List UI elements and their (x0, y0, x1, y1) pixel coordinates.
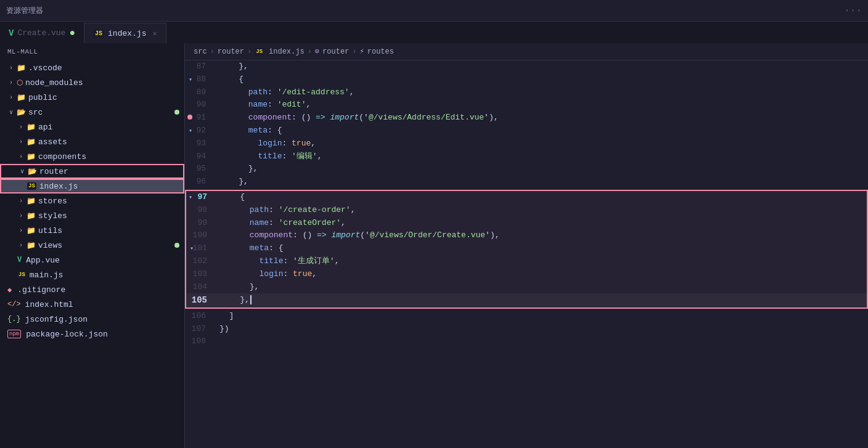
sidebar-item-label: jsconfig.json (25, 315, 88, 324)
sidebar-item-label: index.html (25, 300, 73, 309)
code-line: path: '/edit-address', (216, 86, 868, 99)
code-line: meta: { (216, 124, 868, 137)
line-number: 108 (185, 335, 216, 348)
sidebar-item-index-js[interactable]: JS index.js (0, 179, 184, 193)
code-line: component: () => import('@/views/Order/C… (217, 229, 867, 242)
code-line: name: 'edit', (216, 99, 868, 112)
sidebar-item-label: package-lock.json (26, 330, 108, 339)
line-number: 89 (185, 86, 216, 99)
chevron-right-icon: › (17, 213, 25, 219)
code-line: meta: { (217, 242, 867, 255)
chevron-right-icon: › (7, 94, 15, 101)
sidebar-item-label: components (38, 152, 86, 161)
tab-bar: V Create.vue ● JS index.js ✕ (0, 22, 868, 43)
sidebar-item-main-js[interactable]: JS main.js (0, 267, 184, 282)
sidebar-item-label: stores (38, 197, 67, 206)
table-row: 104 }, (186, 281, 867, 294)
breadcrumb-router2: router (322, 47, 349, 56)
line-number: 105 (186, 293, 217, 307)
chevron-right-icon: › (17, 242, 25, 249)
sidebar-item-components[interactable]: › 📁 components (0, 149, 184, 164)
table-row: 100 component: () => import('@/views/Ord… (186, 229, 867, 242)
sidebar-item-views[interactable]: › 📁 views (0, 238, 184, 253)
folder-icon: 📁 (27, 137, 36, 147)
breadcrumb-sep: › (247, 47, 252, 56)
more-options-icon[interactable]: ··· (844, 5, 862, 16)
sidebar-item-label: App.vue (26, 256, 60, 265)
node-modules-icon: ⬡ (17, 78, 23, 88)
chevron-down-icon: ∨ (18, 168, 26, 175)
sidebar-item-api[interactable]: › 📁 api (0, 120, 184, 134)
breadcrumb-src: src (194, 47, 207, 56)
tab-index-js[interactable]: JS index.js ✕ (84, 23, 166, 43)
line-number: 102 (186, 255, 217, 268)
sidebar-item-node-modules[interactable]: › ⬡ node_modules (0, 75, 184, 90)
main-layout: ML-MALL › 📁 .vscode › ⬡ node_modules › 📁… (0, 43, 868, 448)
json-file-icon: {.} (7, 315, 21, 324)
chevron-right-icon: › (7, 65, 15, 71)
sidebar-item-label: public (28, 93, 57, 102)
vue-icon: V (9, 28, 14, 38)
sidebar-item-router[interactable]: ∨ 📂 router (0, 164, 184, 179)
line-number: 97 ▾ (186, 191, 217, 204)
js-icon: JS (93, 30, 104, 38)
code-line: title: '生成订单', (217, 255, 867, 268)
code-editor[interactable]: 87 }, 88 ▾ { 89 path: '/edit-ad (185, 60, 868, 448)
folder-icon: 📁 (27, 241, 36, 250)
code-line: login: true, (216, 137, 868, 150)
code-line (216, 335, 868, 348)
code-line: { (216, 73, 868, 86)
sidebar-item-styles[interactable]: › 📁 styles (0, 208, 184, 223)
line-number: 91 (185, 112, 216, 124)
code-table: 87 }, 88 ▾ { 89 path: '/edit-ad (185, 60, 868, 348)
sidebar-item-utils[interactable]: › 📁 utils (0, 223, 184, 238)
code-line: }, (217, 293, 867, 307)
sidebar-item-vscode[interactable]: › 📁 .vscode (0, 60, 184, 75)
js-file-icon: JS (27, 182, 36, 190)
table-row: 95 }, (185, 163, 868, 176)
sidebar-item-label: api (38, 123, 52, 132)
title-bar: 资源管理器 ··· (0, 0, 868, 22)
table-row: 90 name: 'edit', (185, 99, 868, 112)
chevron-down-icon: ∨ (7, 108, 15, 116)
sidebar-item-app-vue[interactable]: V App.vue (0, 253, 184, 267)
chevron-right-icon: › (17, 139, 25, 145)
table-row: 92 ▾ meta: { (185, 124, 868, 137)
sidebar-item-label: views (38, 241, 62, 250)
sidebar-item-label: router (39, 167, 68, 176)
sidebar-item-stores[interactable]: › 📁 stores (0, 193, 184, 208)
table-row: 97 ▾ { 98 path: '/create-orde (185, 189, 868, 310)
folder-open-icon: 📂 (28, 167, 37, 176)
table-row: 89 path: '/edit-address', (185, 86, 868, 99)
table-row: 105 }, (186, 293, 867, 307)
breadcrumb-router: router (218, 47, 244, 56)
folder-icon: 📁 (27, 152, 36, 161)
breadcrumb-sep: › (210, 47, 215, 56)
folder-open-icon: 📂 (17, 108, 26, 117)
table-row: 103 login: true, (186, 268, 867, 281)
sidebar-header: ML-MALL (0, 43, 184, 60)
tab-label: index.js (108, 29, 146, 38)
tab-label: Create.vue (17, 28, 65, 38)
sidebar-item-assets[interactable]: › 📁 assets (0, 134, 184, 149)
table-row: 87 }, (185, 60, 868, 73)
editor-area: src › router › JS index.js › ⊙ router › … (185, 43, 868, 448)
code-line: }, (216, 176, 868, 189)
code-line: }, (216, 163, 868, 176)
table-row: 88 ▾ { (185, 73, 868, 86)
html-file-icon: </> (7, 300, 21, 309)
table-row: 91 component: () => import('@/views/Addr… (185, 112, 868, 124)
table-row: 94 title: '编辑', (185, 150, 868, 163)
sidebar-item-index-html[interactable]: </> index.html (0, 297, 184, 312)
tab-close-button[interactable]: ✕ (152, 29, 157, 38)
sidebar-item-package-lock[interactable]: npm package-lock.json (0, 327, 184, 341)
sidebar-item-jsconfig[interactable]: {.} jsconfig.json (0, 312, 184, 327)
chevron-right-icon: › (17, 227, 25, 234)
sidebar-item-src[interactable]: ∨ 📂 src (0, 105, 184, 120)
tab-create-vue[interactable]: V Create.vue ● (0, 23, 84, 43)
line-number: 98 (186, 204, 217, 217)
sidebar-item-label: node_modules (25, 78, 83, 88)
sidebar-item-label: main.js (30, 271, 63, 280)
sidebar-item-public[interactable]: › 📁 public (0, 90, 184, 105)
sidebar-item-gitignore[interactable]: ◆ .gitignore (0, 282, 184, 297)
